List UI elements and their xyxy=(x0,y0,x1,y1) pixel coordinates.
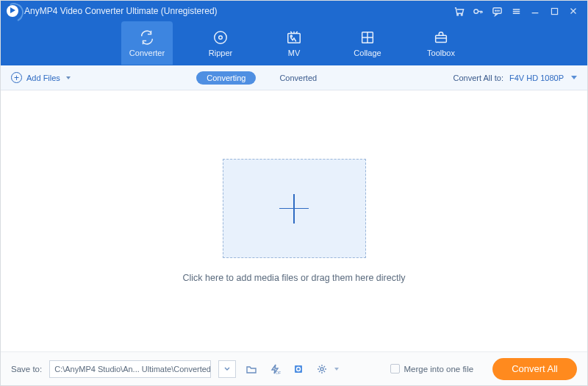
tab-label: Ripper xyxy=(209,49,232,57)
svg-rect-15 xyxy=(295,365,302,373)
hw-accel-button[interactable]: OFF xyxy=(267,360,283,378)
subtab-converted[interactable]: Converted xyxy=(269,71,327,85)
svg-point-17 xyxy=(320,368,323,371)
svg-point-9 xyxy=(219,35,223,39)
convert-all-to-label: Convert All to: xyxy=(453,74,503,82)
tab-converter[interactable]: Converter xyxy=(121,21,173,65)
nav-tabs: Converter Ripper MV Collage Toolbox xyxy=(1,21,587,65)
plus-circle-icon xyxy=(11,72,22,83)
dropzone-hint: Click here to add media files or drag th… xyxy=(183,273,406,283)
tab-toolbox[interactable]: Toolbox xyxy=(415,21,467,65)
svg-point-6 xyxy=(498,10,499,11)
minimize-button[interactable] xyxy=(526,1,545,21)
svg-rect-7 xyxy=(551,8,557,14)
svg-rect-13 xyxy=(436,35,447,42)
save-path-field[interactable]: C:\AnyMP4 Studio\An... Ultimate\Converte… xyxy=(49,360,211,378)
settings-button[interactable] xyxy=(314,360,330,378)
app-window: AnyMP4 Video Converter Ultimate (Unregis… xyxy=(0,0,588,386)
feedback-icon[interactable] xyxy=(487,1,506,21)
merge-checkbox[interactable]: Merge into one file xyxy=(390,364,474,374)
checkbox-icon xyxy=(390,364,400,374)
close-button[interactable] xyxy=(564,1,583,21)
svg-point-4 xyxy=(495,10,495,11)
output-format-value: F4V HD 1080P xyxy=(509,74,564,82)
convert-all-button[interactable]: Convert All xyxy=(492,358,577,380)
bottom-bar: Save to: C:\AnyMP4 Studio\An... Ultimate… xyxy=(1,351,587,385)
dropzone[interactable] xyxy=(223,159,366,258)
svg-point-1 xyxy=(461,14,462,15)
svg-point-11 xyxy=(290,35,292,37)
maximize-button[interactable] xyxy=(545,1,564,21)
tab-label: Collage xyxy=(354,49,381,57)
add-files-label: Add Files xyxy=(26,74,60,82)
tab-ripper[interactable]: Ripper xyxy=(195,21,246,65)
cart-icon[interactable] xyxy=(449,1,468,21)
add-files-button[interactable]: Add Files xyxy=(11,72,71,83)
tab-label: Toolbox xyxy=(427,49,455,57)
tab-label: Converter xyxy=(129,49,165,57)
toolbar: Add Files Converting Converted Convert A… xyxy=(1,65,587,90)
main-area: Click here to add media files or drag th… xyxy=(1,90,587,351)
svg-point-5 xyxy=(497,10,498,11)
save-path-dropdown[interactable] xyxy=(218,360,236,378)
open-folder-button[interactable] xyxy=(243,360,259,378)
svg-point-8 xyxy=(215,31,227,43)
svg-point-2 xyxy=(473,9,478,13)
save-to-label: Save to: xyxy=(11,365,42,374)
app-logo-icon xyxy=(7,5,18,17)
subtab-converting[interactable]: Converting xyxy=(196,71,256,85)
convert-all-label: Convert All xyxy=(512,363,558,374)
titlebar: AnyMP4 Video Converter Ultimate (Unregis… xyxy=(1,1,587,21)
output-format-select[interactable]: F4V HD 1080P xyxy=(509,74,577,82)
merge-label: Merge into one file xyxy=(404,365,474,374)
tab-label: MV xyxy=(288,49,301,57)
chevron-down-icon xyxy=(571,76,577,79)
key-icon[interactable] xyxy=(468,1,487,21)
chevron-down-icon xyxy=(66,76,71,79)
plus-icon xyxy=(279,194,309,224)
menu-icon[interactable] xyxy=(506,1,526,21)
tab-collage[interactable]: Collage xyxy=(342,21,393,65)
gpu-button[interactable] xyxy=(290,360,306,378)
app-title: AnyMP4 Video Converter Ultimate (Unregis… xyxy=(24,6,218,16)
tab-mv[interactable]: MV xyxy=(268,21,320,65)
svg-point-0 xyxy=(456,14,458,15)
svg-text:OFF: OFF xyxy=(276,371,281,375)
chevron-down-icon[interactable] xyxy=(334,368,339,371)
save-path-value: C:\AnyMP4 Studio\An... Ultimate\Converte… xyxy=(54,365,211,374)
